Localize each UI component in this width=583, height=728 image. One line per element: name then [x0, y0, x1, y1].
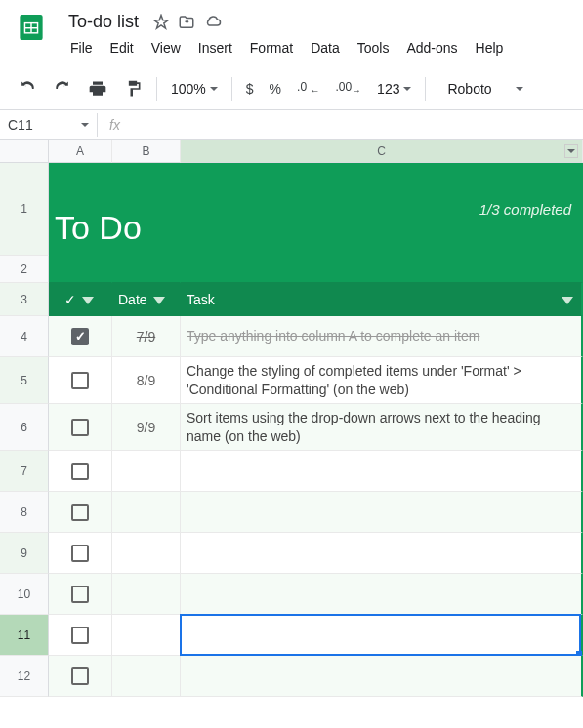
doc-title[interactable]: To-do list — [62, 10, 145, 34]
menu-insert[interactable]: Insert — [190, 36, 240, 60]
checkbox[interactable] — [71, 667, 89, 685]
filter-icon[interactable] — [82, 292, 96, 307]
cell-a4[interactable] — [49, 316, 112, 357]
menu-edit[interactable]: Edit — [103, 36, 142, 60]
cell-b9[interactable] — [112, 533, 181, 574]
cell-a10[interactable] — [49, 574, 112, 615]
cell-c7[interactable] — [181, 451, 583, 492]
menu-view[interactable]: View — [144, 36, 188, 60]
cell-c6[interactable]: Sort items using the drop-down arrows ne… — [181, 404, 583, 451]
separator — [231, 77, 232, 101]
menu-format[interactable]: Format — [242, 36, 301, 60]
col-header-a[interactable]: A — [49, 140, 112, 163]
cell-c11[interactable] — [181, 615, 583, 656]
print-button[interactable] — [82, 73, 113, 104]
column-dropdown-icon[interactable] — [564, 144, 578, 158]
task-header[interactable]: Task — [181, 283, 583, 316]
checkbox[interactable] — [71, 545, 89, 562]
cell-a6[interactable] — [49, 404, 112, 451]
row-header-4[interactable]: 4 — [0, 316, 49, 357]
select-all-corner[interactable] — [0, 140, 49, 163]
menu-help[interactable]: Help — [468, 36, 512, 60]
cell-c8[interactable] — [181, 492, 583, 533]
cell-a11[interactable] — [49, 615, 112, 656]
number-format-dropdown[interactable]: 123 — [371, 77, 417, 101]
zoom-dropdown[interactable]: 100% — [165, 77, 224, 101]
checkbox[interactable] — [71, 372, 89, 389]
cell[interactable] — [112, 256, 181, 283]
checkbox[interactable] — [71, 504, 89, 521]
checkbox[interactable] — [71, 586, 89, 603]
cell-a9[interactable] — [49, 533, 112, 574]
date-header[interactable]: Date — [112, 283, 181, 316]
row-header-8[interactable]: 8 — [0, 492, 49, 533]
cell[interactable] — [181, 256, 583, 283]
percent-button[interactable]: % — [264, 75, 287, 102]
move-icon[interactable] — [178, 14, 195, 31]
col-header-c[interactable]: C — [181, 140, 583, 163]
formula-bar[interactable] — [132, 113, 583, 137]
cell-a5[interactable] — [49, 357, 112, 404]
menu-tools[interactable]: Tools — [350, 36, 397, 60]
cell-b10[interactable] — [112, 574, 181, 615]
checkbox[interactable] — [71, 463, 89, 480]
currency-button[interactable]: $ — [240, 75, 260, 102]
chevron-down-icon — [403, 87, 411, 91]
fx-icon: fx — [98, 117, 132, 133]
selection-overlay — [180, 614, 581, 656]
cell-b6[interactable]: 9/9 — [112, 404, 181, 451]
increase-decimal-button[interactable]: .00→ — [329, 74, 367, 101]
cell-a8[interactable] — [49, 492, 112, 533]
check-header[interactable]: ✓ — [49, 283, 112, 316]
star-icon[interactable] — [152, 14, 170, 31]
sheets-logo[interactable] — [12, 8, 51, 47]
row-header-2[interactable]: 2 — [0, 256, 49, 283]
filter-icon[interactable] — [562, 292, 575, 307]
cell-a7[interactable] — [49, 451, 112, 492]
filter-icon[interactable] — [153, 292, 167, 307]
checkbox[interactable] — [71, 328, 89, 345]
row-header-3[interactable]: 3 — [0, 283, 49, 316]
cell[interactable] — [49, 256, 112, 283]
cell-c4[interactable]: Type anything into column A to complete … — [181, 316, 583, 357]
chevron-down-icon — [81, 123, 89, 127]
paint-format-button[interactable] — [117, 73, 148, 104]
cell-c9[interactable] — [181, 533, 583, 574]
cell-b8[interactable] — [112, 492, 181, 533]
menu-bar: File Edit View Insert Format Data Tools … — [62, 36, 571, 60]
row-header-7[interactable]: 7 — [0, 451, 49, 492]
menu-addons[interactable]: Add-ons — [398, 36, 465, 60]
row-header-11[interactable]: 11 — [0, 615, 49, 656]
cell-b4[interactable]: 7/9 — [112, 316, 181, 357]
cloud-status-icon[interactable] — [203, 14, 223, 31]
cell-b7[interactable] — [112, 451, 181, 492]
row-header-9[interactable]: 9 — [0, 533, 49, 574]
undo-button[interactable] — [12, 73, 43, 104]
chevron-down-icon — [210, 87, 218, 91]
row-header-12[interactable]: 12 — [0, 656, 49, 697]
cell-b11[interactable] — [112, 615, 181, 656]
cell-c10[interactable] — [181, 574, 583, 615]
chevron-down-icon — [516, 87, 523, 91]
menu-file[interactable]: File — [62, 36, 101, 60]
template-subtitle[interactable]: 1/3 completed — [181, 163, 583, 256]
sheet-grid[interactable]: A B C 1 To Do 1/3 completed 2 3 ✓ Date T… — [0, 140, 583, 697]
col-header-b[interactable]: B — [112, 140, 181, 163]
redo-button[interactable] — [47, 73, 78, 104]
cell-a12[interactable] — [49, 656, 112, 697]
font-dropdown[interactable]: Roboto — [441, 77, 528, 101]
checkbox[interactable] — [71, 627, 89, 644]
cell-c5[interactable]: Change the styling of completed items un… — [181, 357, 583, 404]
cell-c12[interactable] — [181, 656, 583, 697]
row-header-10[interactable]: 10 — [0, 574, 49, 615]
checkbox[interactable] — [71, 419, 89, 436]
menu-data[interactable]: Data — [303, 36, 348, 60]
template-title[interactable]: To Do — [49, 163, 181, 256]
cell-b12[interactable] — [112, 656, 181, 697]
row-header-1[interactable]: 1 — [0, 163, 49, 256]
row-header-5[interactable]: 5 — [0, 357, 49, 404]
row-header-6[interactable]: 6 — [0, 404, 49, 451]
cell-b5[interactable]: 8/9 — [112, 357, 181, 404]
decrease-decimal-button[interactable]: .0 ← — [291, 74, 325, 101]
name-box[interactable]: C11 — [0, 113, 98, 137]
